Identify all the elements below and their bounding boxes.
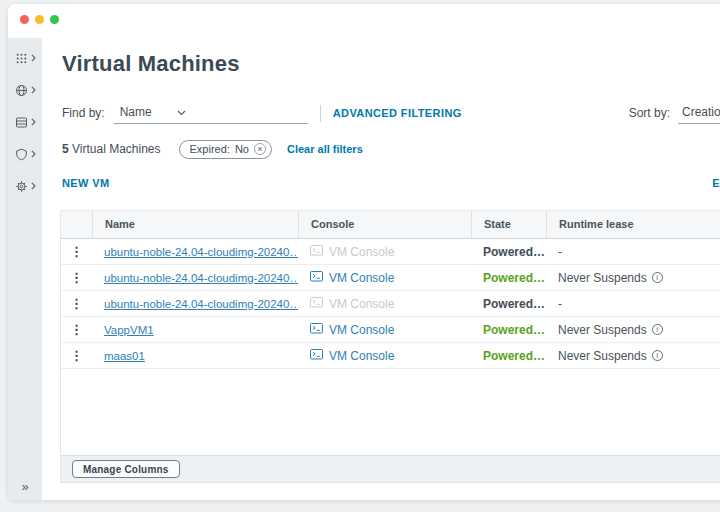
clear-all-filters-link[interactable]: Clear all filters [287, 143, 363, 155]
info-icon[interactable]: i [652, 350, 663, 361]
vm-datagrid: Name Console State Runtime lease ⋮ ubunt… [60, 210, 720, 483]
chevron-right-icon [31, 150, 36, 158]
chevron-right-icon [31, 54, 36, 62]
grid-action-bar: NEW VM EXPORT [62, 177, 720, 192]
vm-state: Powered… [483, 297, 545, 311]
state-cell: Powered… [471, 245, 546, 259]
vm-name-link[interactable]: ubuntu-noble-24.04-cloudimg-20240… [104, 272, 298, 284]
sidebar-item-datacenters[interactable] [8, 74, 42, 106]
export-button[interactable]: EXPORT [712, 177, 720, 192]
app-window: » Virtual Machines Find by: Name ADVANCE… [8, 4, 720, 500]
chevron-right-icon [31, 118, 36, 126]
runtime-lease-cell: Never Suspends i [546, 323, 720, 337]
name-cell: ubuntu-noble-24.04-cloudimg-20240… [92, 272, 298, 284]
find-by-search-input[interactable] [190, 103, 308, 124]
info-icon[interactable]: i [652, 272, 663, 283]
minimize-window-button[interactable] [35, 15, 44, 24]
runtime-lease-cell: Never Suspends i [546, 271, 720, 285]
header-cell-actions [61, 211, 92, 238]
chevron-right-icon [31, 86, 36, 94]
vm-name-link[interactable]: ubuntu-noble-24.04-cloudimg-20240… [104, 298, 298, 310]
vm-console-icon [310, 323, 323, 337]
header-cell-runtime-lease[interactable]: Runtime lease [546, 211, 720, 238]
console-cell: VM Console [298, 349, 471, 363]
console-cell: VM Console [298, 271, 471, 285]
table-header: Name Console State Runtime lease [61, 210, 720, 239]
result-count-label: Virtual Machines [69, 142, 161, 156]
sidebar-item-administration[interactable] [8, 170, 42, 202]
storage-stack-icon [15, 116, 28, 129]
filter-chip-label: Expired: [190, 143, 230, 155]
vm-name-link[interactable]: ubuntu-noble-24.04-cloudimg-20240… [104, 246, 298, 258]
close-window-button[interactable] [20, 15, 29, 24]
console-cell: VM Console [298, 245, 471, 259]
state-cell: Powered… [471, 297, 546, 311]
vm-state: Powered… [483, 245, 545, 259]
find-by-select[interactable]: Name [114, 102, 190, 124]
sidebar-item-applications[interactable] [8, 42, 42, 74]
kebab-menu-icon[interactable]: ⋮ [70, 349, 83, 362]
name-cell: VappVM1 [92, 324, 298, 336]
vm-state: Powered… [483, 323, 545, 337]
vm-state: Powered… [483, 349, 545, 363]
left-nav-rail: » [8, 38, 42, 500]
advanced-filtering-link[interactable]: ADVANCED FILTERING [333, 107, 462, 119]
info-icon[interactable]: i [652, 324, 663, 335]
name-cell: maas01 [92, 350, 298, 362]
table-empty-area [61, 369, 720, 455]
new-vm-button[interactable]: NEW VM [62, 177, 110, 192]
window-titlebar [8, 4, 720, 38]
vm-console-link[interactable]: VM Console [329, 271, 394, 285]
vm-console-link[interactable]: VM Console [329, 245, 394, 259]
sort-by-group: Sort by: Creation [629, 102, 720, 124]
zoom-window-button[interactable] [50, 15, 59, 24]
kebab-menu-icon[interactable]: ⋮ [70, 271, 83, 284]
vm-console-link[interactable]: VM Console [329, 349, 394, 363]
name-cell: ubuntu-noble-24.04-cloudimg-20240… [92, 298, 298, 310]
sidebar-item-networking[interactable] [8, 138, 42, 170]
sidebar-expand-button[interactable]: » [8, 479, 42, 494]
sidebar-item-storage[interactable] [8, 106, 42, 138]
datacenters-globe-icon [15, 84, 28, 97]
vm-console-icon [310, 297, 323, 311]
table-row: ⋮ ubuntu-noble-24.04-cloudimg-20240… VM … [61, 239, 720, 265]
state-cell: Powered… [471, 271, 546, 285]
row-actions-cell: ⋮ [61, 297, 92, 310]
chevron-right-icon [31, 182, 36, 190]
table-footer: Manage Columns [61, 455, 720, 483]
table-row: ⋮ maas01 VM Console Powered… Never Suspe… [61, 343, 720, 369]
find-by-selected-value: Name [120, 105, 152, 119]
apps-grid-icon [15, 52, 28, 65]
find-by-label: Find by: [62, 106, 105, 120]
manage-columns-button[interactable]: Manage Columns [72, 460, 180, 478]
header-cell-console[interactable]: Console [298, 211, 471, 238]
row-actions-cell: ⋮ [61, 245, 92, 258]
kebab-menu-icon[interactable]: ⋮ [70, 297, 83, 310]
vm-console-link[interactable]: VM Console [329, 297, 394, 311]
runtime-lease-cell: - [546, 245, 720, 259]
state-cell: Powered… [471, 323, 546, 337]
console-cell: VM Console [298, 297, 471, 311]
state-cell: Powered… [471, 349, 546, 363]
vm-console-link[interactable]: VM Console [329, 323, 394, 337]
vm-name-link[interactable]: VappVM1 [104, 324, 154, 336]
console-cell: VM Console [298, 323, 471, 337]
runtime-lease-text: Never Suspends [558, 323, 647, 337]
header-cell-state[interactable]: State [471, 211, 546, 238]
kebab-menu-icon[interactable]: ⋮ [70, 323, 83, 336]
table-row: ⋮ VappVM1 VM Console Powered… Never Susp… [61, 317, 720, 343]
sort-by-select[interactable]: Creation [678, 102, 720, 124]
runtime-lease-cell: - [546, 297, 720, 311]
traffic-lights [20, 15, 59, 24]
remove-filter-icon[interactable]: × [254, 143, 266, 155]
sort-by-label: Sort by: [629, 106, 670, 120]
result-count: 5 Virtual Machines [62, 142, 161, 156]
row-actions-cell: ⋮ [61, 323, 92, 336]
vm-console-icon [310, 271, 323, 285]
vm-name-link[interactable]: maas01 [104, 350, 145, 362]
row-actions-cell: ⋮ [61, 271, 92, 284]
active-filters-bar: 5 Virtual Machines Expired: No × Clear a… [62, 139, 363, 159]
header-cell-name[interactable]: Name [92, 211, 298, 238]
kebab-menu-icon[interactable]: ⋮ [70, 245, 83, 258]
name-cell: ubuntu-noble-24.04-cloudimg-20240… [92, 246, 298, 258]
